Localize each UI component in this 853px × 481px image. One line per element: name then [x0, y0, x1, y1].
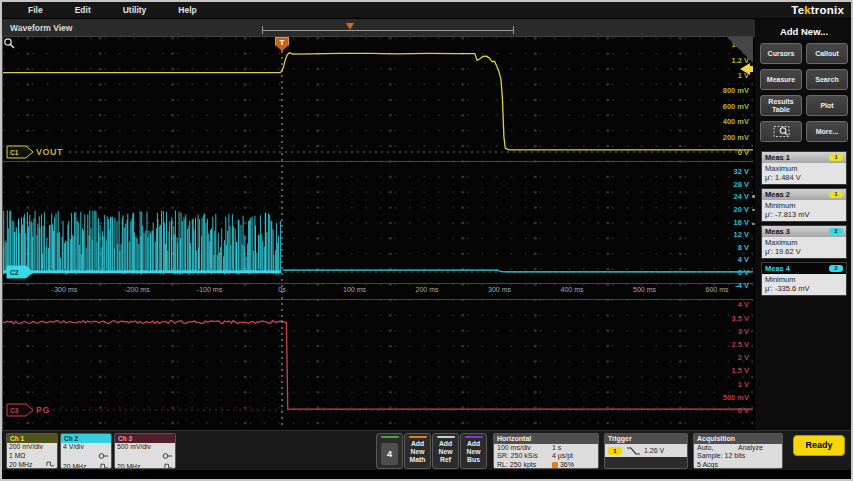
bandwidth-limit-icon	[46, 460, 55, 468]
channel-4-label: 4	[381, 443, 398, 465]
record-trigger-marker[interactable]	[346, 23, 354, 30]
channel-badge-row: 20 MHz	[9, 460, 55, 469]
c3-waveform-label: PG	[36, 405, 50, 415]
bottom-strip	[2, 470, 851, 479]
c2-scale-label: 20 V	[703, 205, 749, 214]
c2-scale-label: 4 V	[703, 255, 749, 264]
sidebar: Add New... CursorsCalloutMeasureSearchRe…	[755, 19, 851, 430]
channel-badge-row: 500 mV/div	[117, 443, 173, 452]
measurement-card-meas-1[interactable]: Meas 11Maximumμ': 1.484 V	[761, 151, 847, 185]
c3-scale-label: 4 V	[703, 300, 749, 309]
measurement-card-meas-4[interactable]: Meas 42Minimumμ': -335.6 mV	[761, 262, 847, 296]
measurement-card-meas-2[interactable]: Meas 21Minimumμ': -7.813 mV	[761, 188, 847, 222]
channel-setting-text: 20 MHz	[117, 463, 140, 469]
measurement-source-badge: 2	[829, 265, 843, 272]
horizontal-pan-indicator[interactable]	[262, 30, 514, 31]
measurement-value: μ': 1.484 V	[765, 173, 843, 182]
c3-scale-label: 3.5 V	[703, 314, 749, 323]
waveform-plot-area[interactable]: C1VOUTC2C3PG T 1.4 V1.2 V1 V800 mV600 mV…	[2, 37, 753, 430]
measurement-source-badge: 1	[829, 191, 843, 198]
measurement-value: μ': -335.6 mV	[765, 284, 843, 293]
measurement-card-body: Maximumμ': 1.484 V	[762, 163, 846, 184]
panel-splitter-handle[interactable]	[750, 195, 757, 225]
c3-tag-label: C3	[10, 407, 19, 414]
channel-badge-ch-2[interactable]: Ch 24 V/div20 MHz	[60, 433, 112, 469]
channel-badge-row: 1 MΩ	[9, 452, 55, 461]
c2-post-trace	[283, 270, 753, 272]
measurement-card-body: Minimumμ': -335.6 mV	[762, 274, 846, 295]
channel-badge-ch-3[interactable]: Ch 3500 mV/div20 MHz	[114, 433, 176, 469]
sidebar-button-search[interactable]: Search	[806, 69, 848, 90]
sidebar-button-callout[interactable]: Callout	[806, 43, 848, 64]
sidebar-button-cursors[interactable]: Cursors	[760, 43, 802, 64]
c1-scale-label: 600 mV	[703, 102, 749, 111]
measurement-card-meas-3[interactable]: Meas 32Maximumμ': 19.62 V	[761, 225, 847, 259]
time-axis-label: 400 ms	[550, 286, 594, 293]
channel-badge-row: 20 MHz	[63, 462, 109, 469]
c1-scale-label: 200 mV	[703, 133, 749, 142]
c3-scale-label: 2.5 V	[703, 340, 749, 349]
c2-scale-label: 28 V	[703, 180, 749, 189]
time-axis-label: 200 ms	[405, 286, 449, 293]
time-axis-label: 500 ms	[623, 286, 667, 293]
menu-file[interactable]: File	[28, 5, 43, 15]
zoom-corner-button[interactable]	[727, 37, 753, 63]
horizontal-panel[interactable]: Horizontal 100 ms/div1 sSR: 250 kS/s4 μs…	[493, 433, 599, 469]
c3-trace	[3, 321, 753, 410]
channel-setting-text: 4 V/div	[63, 443, 84, 452]
pan-left-bracket	[262, 26, 263, 34]
add-source-buttons: 4AddNewMathAddNewRefAddNewBus	[376, 433, 488, 469]
measurement-type: Maximum	[765, 238, 843, 247]
footer-bar: Ch 1200 mV/div1 MΩ20 MHzCh 24 V/div20 MH…	[2, 430, 851, 470]
tab-waveform-view[interactable]: Waveform View	[10, 23, 72, 33]
zoom-select-icon	[773, 125, 790, 138]
trigger-panel[interactable]: Trigger 1 1.26 V	[604, 433, 688, 469]
add-channel-4-button[interactable]: 4	[376, 433, 403, 469]
acquisition-setting: Sample: 12 bits	[697, 452, 745, 460]
menu-help[interactable]: Help	[178, 5, 196, 15]
falling-edge-icon	[625, 446, 641, 456]
oscilloscope-app: File Edit Utility Help Tektronix Wavefor…	[0, 0, 853, 481]
measurement-card-body: Maximumμ': 19.62 V	[762, 237, 846, 258]
accent-stripe	[465, 436, 483, 438]
measurement-name: Meas 3	[765, 227, 790, 236]
measurement-card-header: Meas 11	[762, 152, 846, 163]
acquisition-status-ready[interactable]: Ready	[793, 435, 845, 456]
c2-scale-label: 16 V	[703, 218, 749, 227]
menu-utility[interactable]: Utility	[123, 5, 147, 15]
time-axis-label: 0s	[260, 286, 304, 293]
channel-badge-row: 4 V/div	[63, 443, 109, 452]
sidebar-button-measure[interactable]: Measure	[760, 69, 802, 90]
waveform-traces: C1VOUTC2C3PG	[3, 37, 753, 430]
channel-badge-row	[63, 452, 109, 463]
channel-badge-ch-1[interactable]: Ch 1200 mV/div1 MΩ20 MHz	[6, 433, 58, 469]
trigger-level-arrow[interactable]	[740, 63, 750, 75]
horizontal-row: 100 ms/div1 s	[497, 444, 595, 452]
add-new-header: Add New...	[761, 26, 847, 37]
horizontal-value: 36%	[552, 461, 595, 469]
channel-badge-body: 4 V/div20 MHz	[61, 443, 111, 469]
acquisition-panel[interactable]: Acquisition Auto,AnalyzeSample: 12 bits5…	[693, 433, 783, 469]
horizontal-value: 1 s	[552, 444, 595, 452]
add-new-ref-button[interactable]: AddNewRef	[432, 433, 459, 469]
menu-edit[interactable]: Edit	[75, 5, 91, 15]
sidebar-button-plot[interactable]: Plot	[806, 95, 848, 116]
c2-scale-label: 24 V	[703, 192, 749, 201]
sidebar-button-more[interactable]: More...	[806, 121, 848, 142]
sidebar-button-results-table[interactable]: Results Table	[760, 95, 802, 116]
horizontal-setting: RL: 250 kpts	[497, 461, 552, 469]
sidebar-button-zoom-select[interactable]	[760, 121, 802, 142]
record-view-icon	[552, 462, 558, 468]
add-new-math-button[interactable]: AddNewMath	[404, 433, 431, 469]
c3-scale-label: 1 V	[703, 380, 749, 389]
trigger-level-value: 1.26 V	[644, 447, 664, 454]
add-new-bus-button[interactable]: AddNewBus	[460, 433, 487, 469]
acquisition-value: Analyze	[738, 444, 763, 452]
channel-setting-text: 1 MΩ	[9, 452, 25, 461]
c3-scale-label: 2 V	[703, 353, 749, 362]
waveform-view-tab-bar: Waveform View	[2, 19, 755, 37]
horizontal-panel-title: Horizontal	[494, 434, 598, 444]
channel-badges: Ch 1200 mV/div1 MΩ20 MHzCh 24 V/div20 MH…	[6, 433, 176, 469]
measurement-card-header: Meas 21	[762, 189, 846, 200]
channel-setting-text: 20 MHz	[63, 463, 86, 469]
